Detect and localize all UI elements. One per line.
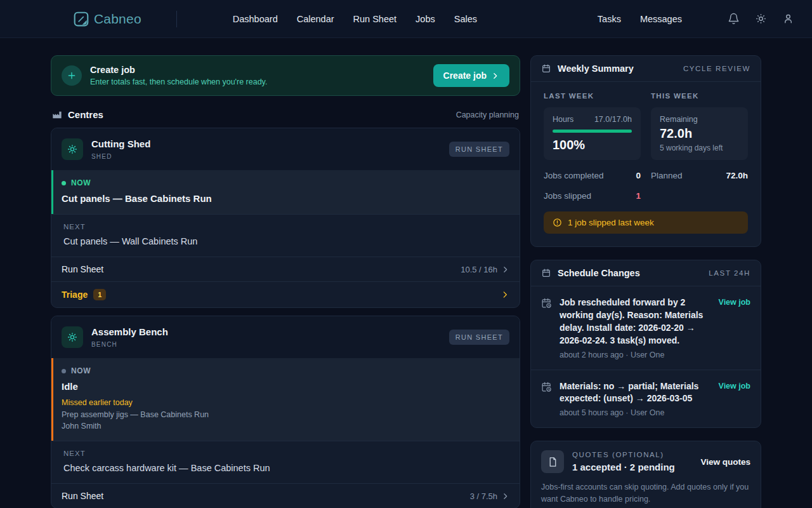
quotes-card: QUOTES (OPTIONAL) 1 accepted · 2 pending… xyxy=(530,441,761,508)
secondary-nav: Tasks Messages xyxy=(598,13,794,25)
schedule-changes-title: Schedule Changes xyxy=(558,268,640,278)
missed-block: Missed earlier today Prep assembly jigs … xyxy=(62,398,509,431)
run-sheet-row-value: 3 / 7.5h xyxy=(470,491,509,501)
schedule-change-body: Job rescheduled forward by 2 working day… xyxy=(560,297,711,359)
quotes-summary: 1 accepted · 2 pending xyxy=(572,462,675,472)
create-job-text: Create job Enter totals fast, then sched… xyxy=(90,65,267,86)
nav-jobs[interactable]: Jobs xyxy=(416,14,435,24)
hours-value: 17.0/17.0h xyxy=(594,115,632,124)
remaining-label: Remaining xyxy=(660,115,739,124)
centre-name: Assembly Bench xyxy=(91,326,168,337)
centre-kind: SHED xyxy=(91,153,150,160)
document-icon xyxy=(541,450,564,473)
centre-card-title-group: Assembly Bench BENCH xyxy=(91,326,168,348)
hours-tile: Hours 17.0/17.0h 100% xyxy=(544,107,641,160)
jobs-completed-label: Jobs completed xyxy=(544,171,604,180)
centre-name: Cutting Shed xyxy=(91,138,150,149)
create-job-button-label: Create job xyxy=(443,70,487,81)
this-week-label: THIS WEEK xyxy=(651,92,748,100)
hours-row: Hours 17.0/17.0h xyxy=(553,115,632,124)
status-dot-icon xyxy=(62,181,66,185)
factory-icon xyxy=(52,110,62,120)
schedule-change-meta: about 2 hours ago · User One xyxy=(560,351,711,359)
jobs-slipped-row: Jobs slipped 1 xyxy=(544,191,641,201)
next-task-title: Check carcass hardware kit — Base Cabine… xyxy=(63,463,509,473)
jobs-slipped-label: Jobs slipped xyxy=(544,191,591,201)
view-job-link[interactable]: View job xyxy=(719,298,750,359)
run-sheet-row[interactable]: Run Sheet 10.5 / 16h xyxy=(51,257,520,281)
last-24h-tag: LAST 24H xyxy=(709,269,750,277)
centre-card-cutting-shed: Cutting Shed SHED RUN SHEET NOW Cut pane… xyxy=(51,128,520,308)
week-columns: LAST WEEK THIS WEEK Hours 17.0/17.0h 100… xyxy=(544,92,748,160)
secondary-nav-links: Tasks Messages xyxy=(598,14,682,24)
schedule-changes-header: Schedule Changes LAST 24H xyxy=(531,260,761,286)
nav-messages[interactable]: Messages xyxy=(640,14,682,24)
top-nav-bar: Cabneo Dashboard Calendar Run Sheet Jobs… xyxy=(0,0,812,38)
centre-card-header: Assembly Bench BENCH RUN SHEET xyxy=(51,316,520,358)
schedule-change-text: Materials: no → partial; Materials expec… xyxy=(560,380,711,406)
run-sheet-row[interactable]: Run Sheet 3 / 7.5h xyxy=(51,483,520,508)
next-slot: NEXT Check carcass hardware kit — Base C… xyxy=(51,441,520,483)
theme-sun-icon[interactable] xyxy=(755,13,767,25)
capacity-planning-label: Capacity planning xyxy=(456,110,519,119)
create-job-title: Create job xyxy=(90,65,267,75)
bell-icon[interactable] xyxy=(728,13,740,25)
now-slot: NOW Cut panels — Base Cabinets Run xyxy=(51,170,520,214)
status-dot-icon xyxy=(62,369,66,373)
last-week-label: LAST WEEK xyxy=(544,92,641,100)
now-status: NOW xyxy=(62,366,509,375)
weekly-summary-body: LAST WEEK THIS WEEK Hours 17.0/17.0h 100… xyxy=(531,82,761,246)
dashboard-content: Create job Enter totals fast, then sched… xyxy=(0,38,812,508)
nav-tasks[interactable]: Tasks xyxy=(598,14,621,24)
triage-row[interactable]: Triage 1 xyxy=(51,281,520,307)
run-sheet-badge[interactable]: RUN SHEET xyxy=(449,330,509,345)
now-label: NOW xyxy=(71,366,91,375)
centre-card-header: Cutting Shed SHED RUN SHEET xyxy=(51,128,520,170)
plus-icon xyxy=(62,65,82,86)
nav-dashboard[interactable]: Dashboard xyxy=(233,14,278,24)
schedule-changes-card: Schedule Changes LAST 24H Job reschedule… xyxy=(530,260,761,428)
create-job-banner: Create job Enter totals fast, then sched… xyxy=(51,55,520,96)
jobs-completed-value: 0 xyxy=(636,171,641,180)
nav-calendar[interactable]: Calendar xyxy=(297,14,334,24)
planned-row: Planned 72.0h xyxy=(651,171,748,180)
hours-percent: 100% xyxy=(553,138,632,152)
planned-value: 72.0h xyxy=(726,171,748,180)
calendar-icon xyxy=(541,64,551,74)
view-job-link[interactable]: View job xyxy=(719,382,750,418)
brand-name: Cabneo xyxy=(94,11,141,27)
weekly-summary-title: Weekly Summary xyxy=(558,64,634,74)
next-task-title: Cut panels — Wall Cabinets Run xyxy=(63,236,509,246)
nav-run-sheet[interactable]: Run Sheet xyxy=(353,14,397,24)
create-job-button[interactable]: Create job xyxy=(433,64,509,87)
missed-person: John Smith xyxy=(62,422,509,431)
create-job-subtitle: Enter totals fast, then schedule when yo… xyxy=(90,77,267,86)
planned-label: Planned xyxy=(651,171,683,180)
chevron-right-icon xyxy=(501,265,509,274)
now-task-title: Idle xyxy=(62,381,509,392)
centre-card-assembly-bench: Assembly Bench BENCH RUN SHEET NOW Idle … xyxy=(51,316,520,508)
next-label: NEXT xyxy=(63,223,509,231)
quotes-note: Jobs-first accounts can skip quoting. Ad… xyxy=(541,481,750,505)
slipped-warning-banner: 1 job slipped last week xyxy=(544,211,748,234)
header-divider xyxy=(176,11,177,27)
primary-nav: Dashboard Calendar Run Sheet Jobs Sales xyxy=(233,14,477,24)
quotes-header: QUOTES (OPTIONAL) 1 accepted · 2 pending… xyxy=(541,450,750,473)
weekly-summary-card: Weekly Summary CYCLE REVIEW LAST WEEK TH… xyxy=(530,55,761,247)
brand-logo[interactable]: Cabneo xyxy=(73,11,141,27)
calendar-icon xyxy=(541,268,551,278)
nav-sales[interactable]: Sales xyxy=(454,14,477,24)
user-icon[interactable] xyxy=(782,13,794,25)
triage-label: Triage xyxy=(62,290,88,300)
centre-kind: BENCH xyxy=(91,341,168,348)
schedule-change-meta: about 5 hours ago · User One xyxy=(560,408,711,417)
now-label: NOW xyxy=(71,178,91,187)
view-quotes-link[interactable]: View quotes xyxy=(700,457,750,467)
run-sheet-row-label: Run Sheet xyxy=(62,264,103,274)
run-sheet-badge[interactable]: RUN SHEET xyxy=(449,142,509,157)
remaining-note: 5 working days left xyxy=(660,144,739,152)
week-stats: Jobs completed 0 Planned 72.0h Jobs slip… xyxy=(544,160,748,201)
run-sheet-row-label: Run Sheet xyxy=(62,491,103,501)
hours-label: Hours xyxy=(553,115,573,124)
header-icon-group xyxy=(728,13,794,25)
